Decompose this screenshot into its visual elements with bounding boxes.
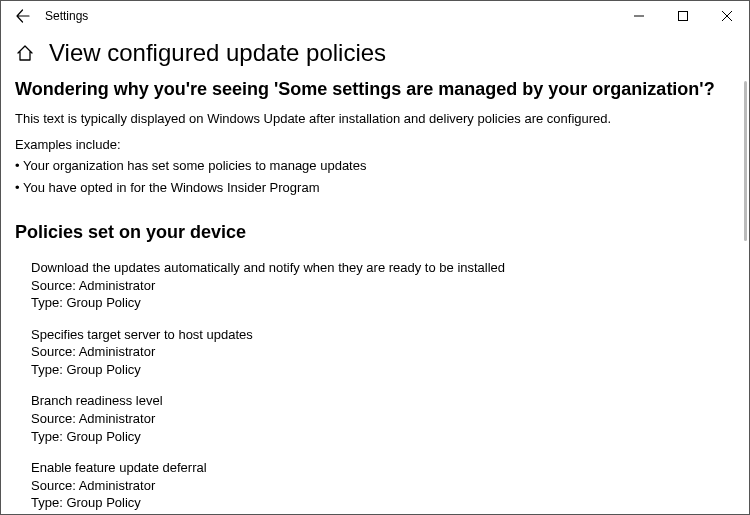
policy-item: Enable feature update deferral Source: A… bbox=[31, 459, 735, 512]
scrollbar[interactable] bbox=[744, 81, 747, 241]
back-arrow-icon bbox=[15, 8, 31, 24]
content: Wondering why you're seeing 'Some settin… bbox=[1, 79, 749, 515]
policy-title: Branch readiness level bbox=[31, 392, 735, 410]
minimize-icon bbox=[634, 11, 644, 21]
example-item: • You have opted in for the Windows Insi… bbox=[15, 179, 735, 197]
policy-title: Download the updates automatically and n… bbox=[31, 259, 735, 277]
close-button[interactable] bbox=[705, 1, 749, 31]
policy-item: Branch readiness level Source: Administr… bbox=[31, 392, 735, 445]
policy-item: Download the updates automatically and n… bbox=[31, 259, 735, 312]
policy-title: Enable feature update deferral bbox=[31, 459, 735, 477]
window-controls bbox=[617, 1, 749, 31]
back-button[interactable] bbox=[9, 2, 37, 30]
titlebar: Settings bbox=[1, 1, 749, 31]
examples-block: Examples include: • Your organization ha… bbox=[15, 136, 735, 197]
home-button[interactable] bbox=[15, 43, 35, 63]
policy-type: Type: Group Policy bbox=[31, 494, 735, 512]
example-text: Your organization has set some policies … bbox=[23, 158, 367, 173]
example-text: You have opted in for the Windows Inside… bbox=[23, 180, 320, 195]
policy-title: Specifies target server to host updates bbox=[31, 326, 735, 344]
maximize-icon bbox=[678, 11, 688, 21]
policies-heading: Policies set on your device bbox=[15, 222, 735, 243]
intro-heading: Wondering why you're seeing 'Some settin… bbox=[15, 79, 735, 100]
policy-source: Source: Administrator bbox=[31, 410, 735, 428]
policy-item: Specifies target server to host updates … bbox=[31, 326, 735, 379]
policy-type: Type: Group Policy bbox=[31, 294, 735, 312]
policy-type: Type: Group Policy bbox=[31, 361, 735, 379]
example-item: • Your organization has set some policie… bbox=[15, 157, 735, 175]
policy-source: Source: Administrator bbox=[31, 277, 735, 295]
close-icon bbox=[722, 11, 732, 21]
maximize-button[interactable] bbox=[661, 1, 705, 31]
policy-type: Type: Group Policy bbox=[31, 428, 735, 446]
svg-rect-0 bbox=[679, 12, 688, 21]
intro-body: This text is typically displayed on Wind… bbox=[15, 110, 735, 128]
home-icon bbox=[16, 44, 34, 62]
examples-label: Examples include: bbox=[15, 136, 735, 154]
page-header: View configured update policies bbox=[1, 31, 749, 79]
policies-list: Download the updates automatically and n… bbox=[15, 259, 735, 515]
minimize-button[interactable] bbox=[617, 1, 661, 31]
policy-source: Source: Administrator bbox=[31, 477, 735, 495]
page-title: View configured update policies bbox=[49, 39, 386, 67]
content-wrap: Wondering why you're seeing 'Some settin… bbox=[1, 79, 749, 515]
policy-source: Source: Administrator bbox=[31, 343, 735, 361]
app-title: Settings bbox=[45, 9, 88, 23]
